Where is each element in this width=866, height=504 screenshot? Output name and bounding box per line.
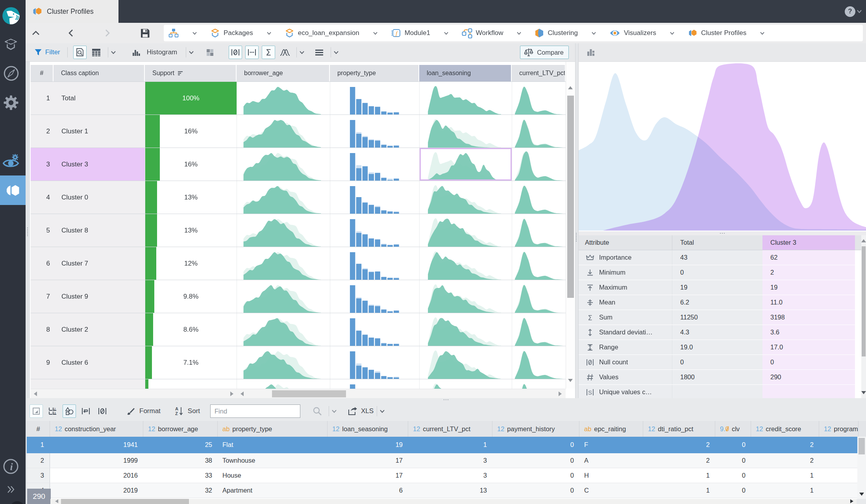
sidebar-item-settings[interactable] [4, 95, 19, 112]
grid-header-epc-raiting[interactable]: abepc_raiting [579, 421, 643, 437]
histogram-borrower-age[interactable] [237, 82, 330, 114]
cell-epc-raiting[interactable]: C [579, 483, 643, 498]
find-input[interactable] [210, 404, 300, 418]
chart-cell-toggle[interactable] [30, 404, 43, 418]
breadcrumb-cluster-profiles-caret[interactable] [760, 31, 765, 35]
cell-program[interactable] [819, 483, 859, 498]
search-button[interactable] [311, 404, 324, 418]
attr-header-total[interactable]: Total [672, 235, 762, 250]
cell-borrower-age[interactable]: 33 [143, 468, 218, 483]
detail-splitter[interactable] [579, 231, 866, 235]
histogram-current-ltv[interactable] [512, 313, 566, 346]
grid-row-4[interactable]: 4201932Apartment6130C101 [27, 483, 866, 498]
grid-header-payment-history[interactable]: 12payment_history [492, 421, 579, 437]
histogram-loan-seasoning[interactable] [419, 346, 512, 379]
help-menu[interactable]: ? [845, 0, 862, 23]
histogram-type-button[interactable] [130, 46, 143, 59]
attribute-row-values[interactable]: Values1800290 [579, 370, 866, 385]
menu-button[interactable] [313, 46, 326, 59]
left-collapsed-panel[interactable] [26, 62, 30, 398]
export-xls-button[interactable]: XLS [347, 406, 374, 416]
column-header-loan-seasoning[interactable]: loan_seasoning [419, 65, 512, 81]
cell-construction-year[interactable]: 1941 [50, 437, 143, 453]
cluster-row-cluster-9[interactable]: 7Cluster 99.8% [31, 280, 566, 313]
filter-button[interactable]: Filter [34, 48, 60, 56]
cell-dti-ratio-pct[interactable]: 2 [643, 453, 715, 468]
cell-current-ltv-pct[interactable]: 3 [408, 453, 492, 468]
null-filter-button[interactable] [96, 404, 109, 418]
cell-current-ltv-pct[interactable]: 3 [408, 468, 492, 483]
breadcrumb-visualizers[interactable]: Visualizers [609, 28, 656, 38]
histogram-borrower-age[interactable] [237, 379, 330, 389]
cluster-row-partial[interactable] [31, 379, 566, 389]
breadcrumb-eco-loan-caret[interactable] [373, 31, 378, 35]
attribute-row-standard-deviati-[interactable]: Standard deviati…4.33.6 [579, 325, 866, 340]
histogram-current-ltv[interactable] [512, 115, 566, 148]
grid-header-current-ltv-pct[interactable]: 12current_LTV_pct [408, 421, 492, 437]
compare-button[interactable]: Compare [520, 46, 569, 59]
cell-epc-raiting[interactable]: H [579, 468, 643, 483]
attr-header-cluster3[interactable]: Cluster 3 [762, 235, 855, 250]
hscroll-thumb[interactable] [61, 499, 189, 504]
cell--[interactable]: 1 [27, 437, 50, 453]
save-button[interactable] [140, 23, 150, 43]
scroll-up-icon[interactable] [861, 239, 866, 242]
grid-header-loan-seasoning[interactable]: 12loan_seasoning [328, 421, 408, 437]
histogram-property-type[interactable] [330, 214, 419, 247]
histogram-borrower-age[interactable] [237, 181, 330, 214]
cell-program[interactable] [819, 468, 859, 483]
cell-construction-year[interactable]: 2019 [50, 483, 143, 498]
breadcrumb-workflow[interactable]: Workflow [462, 28, 503, 39]
histogram-loan-seasoning[interactable] [419, 82, 512, 114]
column-header-current-ltv-pct[interactable]: current_LTV_pct [512, 65, 566, 81]
grid-view-button[interactable] [90, 46, 103, 59]
wrap-button[interactable] [79, 404, 93, 418]
grid-header-credit-score[interactable]: 12credit_score [751, 421, 819, 437]
histogram-property-type[interactable] [330, 148, 419, 181]
histogram-property-type[interactable] [330, 181, 419, 214]
forward-button[interactable] [105, 23, 110, 43]
detail-chart-button[interactable] [584, 46, 598, 59]
column-header-borrower-age[interactable]: borrower_age [237, 65, 330, 81]
cluster-row-cluster-8[interactable]: 5Cluster 813% [31, 214, 566, 247]
histogram-borrower-age[interactable] [237, 115, 330, 148]
cell-borrower-age[interactable]: 32 [143, 483, 218, 498]
breadcrumb-hierarchy[interactable] [168, 28, 179, 38]
distribution-detail-chart[interactable] [579, 62, 866, 231]
grid-vscrollbar[interactable] [857, 437, 866, 499]
attribute-row-unique-values-c-[interactable]: SUnique values c… [579, 385, 866, 400]
cluster-row-cluster-0[interactable]: 4Cluster 013% [31, 181, 566, 214]
cell-construction-year[interactable]: 2016 [50, 468, 143, 483]
cell-payment-history[interactable]: 0 [492, 453, 579, 468]
cell-dti-ratio-pct[interactable]: 2 [643, 437, 715, 453]
histogram-property-type[interactable] [330, 115, 419, 148]
breadcrumb-packages[interactable]: Packages [210, 28, 253, 38]
cluster-row-cluster-2[interactable]: 8Cluster 28.6% [31, 313, 566, 346]
histogram-current-ltv[interactable] [512, 346, 566, 379]
histogram-dropdown[interactable] [185, 47, 194, 57]
histogram-borrower-age[interactable] [237, 214, 330, 247]
attribute-row-importance[interactable]: Importance4362 [579, 250, 866, 265]
cluster-table-vscrollbar[interactable] [566, 62, 575, 389]
histogram-loan-seasoning[interactable] [419, 181, 512, 214]
column-header-class-caption[interactable]: Class caption [54, 65, 145, 81]
histogram-borrower-age[interactable] [237, 148, 330, 181]
scroll-right-icon[interactable] [230, 391, 233, 396]
cell-loan-seasoning[interactable]: 19 [328, 437, 408, 453]
help-icon[interactable]: ? [845, 6, 855, 17]
histogram-property-type[interactable] [330, 247, 419, 280]
cell--[interactable]: 2 [27, 453, 50, 468]
cell-borrower-age[interactable]: 25 [143, 437, 218, 453]
scroll-down-icon[interactable] [568, 379, 573, 382]
grid-view-dropdown[interactable] [107, 47, 116, 57]
sum-button[interactable]: Σ [262, 46, 275, 59]
tab-cluster-profiles[interactable]: Cluster Profiles [26, 0, 118, 23]
splitter-grip[interactable] [27, 227, 28, 236]
cell-loan-seasoning[interactable]: 17 [328, 468, 408, 483]
histogram-property-type[interactable] [330, 82, 419, 114]
cell-clv[interactable]: 0 [715, 453, 751, 468]
cell-program[interactable] [819, 437, 859, 453]
histogram-property-type[interactable] [330, 280, 419, 313]
stats-dropdown[interactable] [296, 47, 305, 57]
histogram-current-ltv[interactable] [512, 148, 566, 181]
